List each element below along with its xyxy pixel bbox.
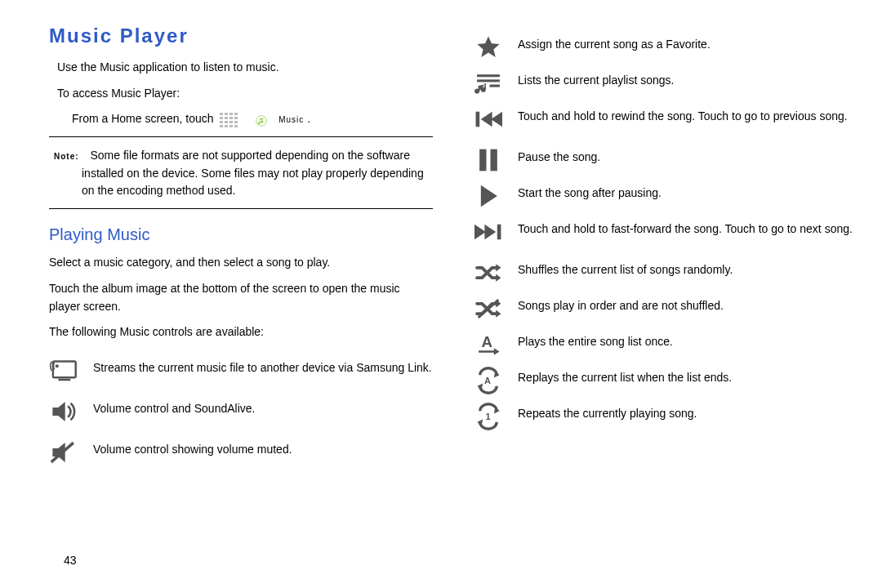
intro-paragraph: Use the Music application to listen to m… [57,59,433,77]
control-row-playlist: Lists the current playlist songs. [474,69,866,101]
control-text: Shuffles the current list of songs rando… [518,258,733,278]
music-app-label: Music [278,115,304,124]
control-text: Replays the current list when the list e… [518,366,732,386]
svg-rect-9 [479,149,486,172]
controls-list-left: Streams the current music file to anothe… [49,356,433,474]
control-row-repeat-one: 1 Repeats the currently playing song. [474,402,866,434]
svg-rect-5 [477,74,500,77]
svg-rect-8 [476,112,480,127]
control-text: Streams the current music file to anothe… [93,356,432,376]
divider [49,208,433,209]
control-text: Repeats the currently playing song. [518,402,697,422]
control-row-play-all-once: A Plays the entire song list once. [474,330,866,363]
svg-rect-1 [53,361,76,377]
fast-forward-icon [474,217,503,247]
control-row-fast-forward: Touch and hold to fast-forward the song.… [474,217,866,253]
apps-grid-icon [220,113,238,127]
control-text: Plays the entire song list once. [518,330,673,350]
body-paragraph: Select a music category, and then select… [49,254,433,272]
svg-point-3 [56,364,59,368]
note-body: Some file formats are not supported depe… [82,149,424,197]
shuffle-off-icon [474,294,503,323]
body-paragraph: Touch the album image at the bottom of t… [49,280,433,315]
playlist-icon [474,69,503,98]
svg-rect-2 [58,379,70,381]
control-text: Volume control and SoundAlive. [93,397,255,417]
svg-point-0 [256,115,267,126]
control-text: Touch and hold to rewind the song. Touch… [518,105,848,125]
star-icon [474,33,503,62]
access-step-post: . [307,112,310,125]
control-row-stream: Streams the current music file to anothe… [49,356,433,392]
note-paragraph: Note: Some file formats are not supporte… [82,147,433,200]
svg-text:A: A [482,333,493,350]
page-number: 43 [64,554,77,567]
stream-icon [49,356,78,385]
control-text: Volume control showing volume muted. [93,438,292,458]
repeat-all-icon: A [474,366,503,395]
control-row-shuffle-off: Songs play in order and are not shuffled… [474,294,866,327]
control-row-repeat-all: A Replays the current list when the list… [474,366,866,399]
svg-rect-6 [477,79,500,82]
left-column: Music Player Use the Music application t… [49,24,433,572]
subsection-title: Playing Music [49,225,433,244]
access-step: From a Home screen, touch Music . [72,110,433,128]
repeat-one-icon: 1 [474,402,503,431]
play-all-once-icon: A [474,330,503,359]
section-title: Music Player [49,24,433,47]
control-text: Start the song after pausing. [518,181,662,202]
volume-muted-icon [49,438,78,467]
control-text: Assign the current song as a Favorite. [518,33,710,53]
svg-rect-11 [497,225,501,240]
document-page: Music Player Use the Music application t… [0,0,882,588]
access-step-pre: From a Home screen, touch [72,112,214,125]
note-label: Note: [54,152,79,161]
rewind-icon [474,105,503,134]
shuffle-on-icon [474,258,503,287]
play-icon [474,181,503,211]
volume-icon [49,397,78,426]
control-text: Songs play in order and are not shuffled… [518,294,724,314]
svg-rect-10 [491,149,497,172]
body-paragraph: The following Music controls are availab… [49,323,433,341]
access-label: To access Music Player: [57,85,433,103]
svg-text:A: A [484,376,491,385]
control-row-shuffle-on: Shuffles the current list of songs rando… [474,258,866,291]
control-row-play: Start the song after pausing. [474,181,866,214]
control-row-volume-muted: Volume control showing volume muted. [49,438,433,474]
svg-text:1: 1 [486,412,491,421]
control-text: Touch and hold to fast-forward the song.… [518,217,853,238]
music-app-icon [256,114,267,126]
controls-list-right: Assign the current song as a Favorite. L… [474,33,866,434]
control-row-favorite: Assign the current song as a Favorite. [474,33,866,65]
divider [49,136,433,137]
control-row-rewind: Touch and hold to rewind the song. Touch… [474,105,866,140]
pause-icon [474,145,503,175]
control-row-pause: Pause the song. [474,145,866,178]
control-text: Pause the song. [518,145,600,166]
right-column: Assign the current song as a Favorite. L… [474,24,866,572]
svg-rect-7 [490,85,500,87]
control-row-volume: Volume control and SoundAlive. [49,397,433,433]
control-text: Lists the current playlist songs. [518,69,674,89]
